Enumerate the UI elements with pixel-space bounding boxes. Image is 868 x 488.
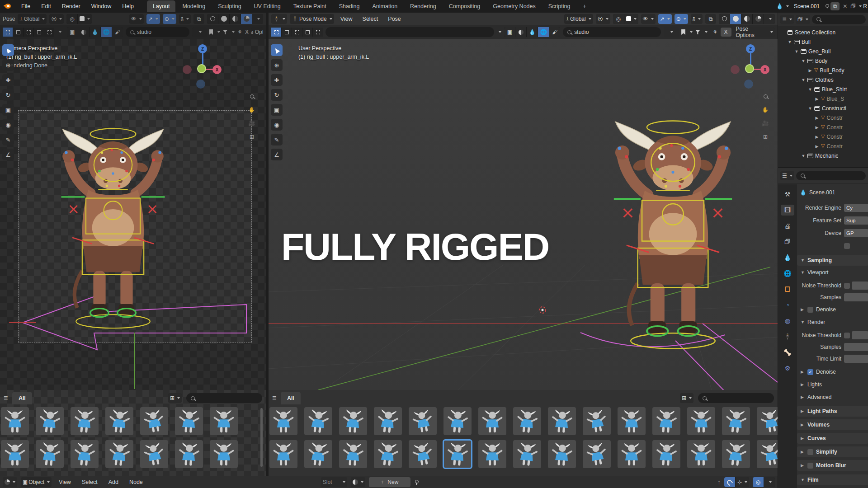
tool-select[interactable] — [2, 44, 14, 56]
tree-object[interactable]: ▶▽Blue_S — [778, 94, 868, 103]
shading-rendered-button[interactable] — [753, 14, 764, 24]
tree-object[interactable]: ▶▽Constr — [778, 132, 868, 141]
checkbox[interactable] — [807, 449, 813, 455]
selectability-dropdown[interactable]: 👁 — [129, 14, 144, 24]
asset-tab-all[interactable]: All — [281, 392, 300, 404]
select-invert-mode[interactable] — [302, 28, 312, 37]
asset-thumbnail[interactable] — [443, 407, 472, 435]
viewport-subsection[interactable]: ▼Viewport — [801, 267, 868, 277]
asset-thumbnail[interactable] — [652, 440, 680, 468]
outliner-mode-dropdown[interactable]: 🗇 — [796, 15, 810, 24]
proportional-edit-toggle[interactable]: ◎ — [613, 14, 624, 24]
tree-object[interactable]: ▶▽Bull_Body — [778, 66, 868, 75]
volumes-section[interactable]: ▶Volumes — [797, 419, 868, 430]
tab-world[interactable]: 🌐 — [781, 268, 794, 279]
shader-mode-dropdown[interactable]: ▣ Object — [21, 477, 52, 487]
gizmos-toggle[interactable]: ↗ — [146, 14, 160, 24]
asset-thumbnail[interactable] — [513, 440, 541, 468]
mirror-x-button[interactable]: X — [245, 29, 249, 35]
select-subtract-mode[interactable] — [292, 28, 302, 37]
menu-select[interactable]: Select — [78, 479, 101, 485]
proportional-edit-toggle[interactable]: ◎ — [753, 477, 764, 487]
shading-material-button[interactable] — [741, 14, 752, 24]
proportional-falloff-dropdown[interactable] — [624, 14, 638, 24]
select-intersect-mode[interactable] — [313, 28, 323, 37]
tab-view-layer[interactable]: 🗇 — [781, 236, 794, 247]
tab-bone-constraint[interactable]: ⚙ — [781, 363, 794, 374]
asset-thumbnail[interactable] — [210, 407, 238, 435]
render-engine-select[interactable]: Cy — [844, 204, 868, 212]
tab-output[interactable]: 🖨 — [781, 221, 794, 231]
asset-thumbnail[interactable] — [140, 440, 168, 468]
shading-solid-button[interactable] — [730, 14, 741, 24]
material-browse-dropdown[interactable] — [351, 477, 365, 487]
outliner-search-input[interactable] — [812, 15, 866, 24]
noise-threshold-field[interactable] — [852, 331, 868, 339]
gizmo-minus-z-axis[interactable] — [196, 80, 205, 89]
light-paths-section[interactable]: ▶Light Paths — [797, 406, 868, 417]
tool-annotate[interactable]: ✎ — [271, 134, 283, 145]
world-filter-icon[interactable]: 🌐 — [101, 27, 112, 37]
asset-thumbnail[interactable] — [175, 407, 203, 435]
menu-render[interactable]: Render — [57, 1, 85, 11]
tree-collection[interactable]: ▼Mechanic — [778, 151, 868, 160]
samples-field[interactable] — [844, 343, 868, 351]
asset-thumbnail[interactable] — [478, 407, 506, 435]
shading-solid-button[interactable] — [218, 14, 229, 24]
asset-thumbnail[interactable] — [548, 440, 576, 468]
advanced-subsection[interactable]: ▶Advanced — [801, 392, 868, 402]
pose-options-dropdown[interactable]: Pose Options — [734, 27, 775, 37]
workspace-tab-geometry-nodes[interactable]: Geometry Nodes — [487, 0, 541, 12]
slot-dropdown[interactable]: Slot — [321, 477, 347, 487]
xray-toggle[interactable]: 🕱 — [179, 14, 191, 24]
menu-icon[interactable]: ≡ — [272, 394, 276, 402]
gizmo-y-axis[interactable] — [745, 64, 754, 73]
asset-thumbnail[interactable] — [652, 407, 680, 435]
motion-blur-section[interactable]: ▶Motion Blur — [797, 460, 868, 471]
outliner-display-dropdown[interactable]: ≣ — [780, 15, 794, 24]
shading-dropdown[interactable] — [252, 14, 263, 24]
filter-caret[interactable] — [705, 31, 708, 33]
gizmo-minus-z-axis[interactable] — [744, 80, 753, 89]
noise-threshold-field[interactable] — [852, 282, 868, 290]
tree-collection[interactable]: ▼Blue_Shirt — [778, 84, 868, 94]
asset-thumbnail[interactable] — [105, 440, 133, 468]
ortho-grid-icon[interactable]: ⊞ — [248, 133, 256, 141]
select-extend-mode[interactable] — [282, 28, 292, 37]
tree-collection[interactable]: ▼Body — [778, 56, 868, 66]
asset-thumbnail[interactable] — [618, 407, 646, 435]
asset-thumbnail[interactable] — [71, 440, 99, 468]
mode-label[interactable]: Pose — [3, 16, 15, 22]
asset-thumbnail[interactable] — [1, 440, 29, 468]
workspace-tab-texture-paint[interactable]: Texture Paint — [288, 0, 332, 12]
tab-physics[interactable]: ◔ — [781, 300, 794, 310]
overlays-toggle[interactable]: ⊙ — [163, 14, 176, 24]
pose-options-dropdown[interactable]: Pose Options — [251, 27, 263, 37]
asset-search-input[interactable]: studio — [563, 27, 660, 37]
new-scene-button[interactable]: ⧉ — [830, 2, 840, 10]
view-dropdown[interactable] — [664, 27, 679, 37]
brush-filter-icon[interactable]: 🖌 — [549, 27, 560, 37]
properties-display-dropdown[interactable]: ☰ — [780, 171, 794, 180]
tree-object[interactable]: ▶▽Constr — [778, 113, 868, 122]
curves-section[interactable]: ▶Curves — [797, 433, 868, 444]
lights-subsection[interactable]: ▶Lights — [801, 380, 868, 389]
asset-thumbnail[interactable] — [269, 407, 297, 435]
selectability-dropdown[interactable]: 👁 — [641, 14, 656, 24]
film-section[interactable]: ▼Film — [797, 474, 868, 485]
samples-field[interactable] — [844, 293, 868, 301]
asset-thumbnail[interactable] — [722, 440, 750, 468]
nav-gizmo[interactable]: Z X — [732, 42, 769, 79]
catalog-dropdown[interactable] — [192, 27, 207, 37]
proportional-falloff-dropdown[interactable] — [78, 14, 92, 24]
asset-thumbnail[interactable] — [36, 407, 64, 435]
asset-thumbnail[interactable] — [722, 407, 750, 435]
asset-thumbnail[interactable] — [374, 407, 402, 435]
asset-thumbnail[interactable] — [687, 407, 715, 435]
device-select[interactable]: GP — [844, 229, 868, 237]
time-limit-field[interactable] — [844, 355, 868, 363]
tab-constraints[interactable]: ◍ — [781, 315, 794, 326]
tab-bone[interactable]: 🦴 — [781, 347, 794, 358]
tool-cursor[interactable]: ⊕ — [2, 59, 14, 71]
bookmark-icon[interactable] — [209, 29, 213, 35]
